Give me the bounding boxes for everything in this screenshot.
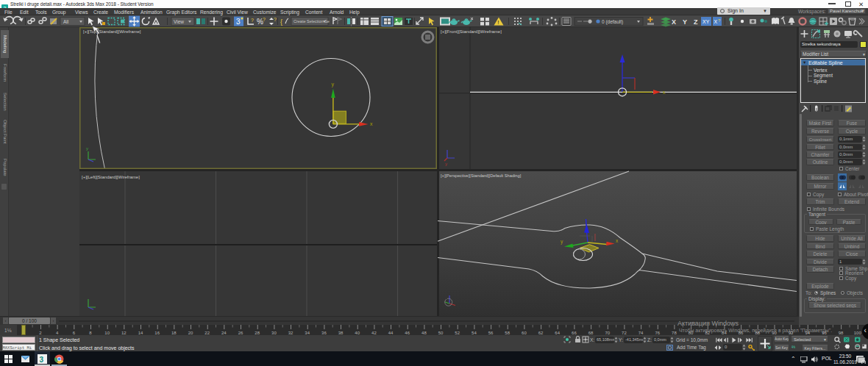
svg-text:20: 20	[188, 331, 193, 335]
svg-text:3: 3	[40, 355, 44, 363]
svg-text:Y: Y	[683, 18, 687, 26]
svg-text:98: 98	[839, 331, 844, 335]
svg-text:68: 68	[588, 331, 594, 335]
svg-text:?: ?	[251, 18, 254, 23]
svg-text:40: 40	[355, 331, 360, 335]
svg-text:0 (default): 0 (default)	[602, 19, 623, 25]
svg-text:26: 26	[238, 331, 243, 335]
svg-text:28: 28	[255, 331, 260, 335]
svg-text:38: 38	[338, 331, 344, 335]
svg-text:34: 34	[305, 331, 310, 335]
svg-text:!: !	[497, 19, 499, 26]
svg-text:X: X	[672, 18, 676, 26]
svg-text:x: x	[663, 90, 666, 95]
svg-text:72: 72	[622, 331, 627, 335]
svg-text:22: 22	[204, 331, 210, 335]
svg-text:48: 48	[421, 331, 427, 335]
svg-text:24: 24	[221, 331, 227, 335]
svg-text:y: y	[332, 82, 335, 87]
svg-text:View: View	[174, 19, 184, 24]
svg-text:36: 36	[321, 331, 327, 335]
svg-text:All: All	[63, 19, 69, 24]
svg-text:XY: XY	[702, 19, 710, 24]
svg-text:10: 10	[104, 331, 110, 335]
svg-text:66: 66	[572, 331, 577, 335]
svg-text:32: 32	[288, 331, 294, 335]
svg-text:44: 44	[388, 331, 394, 335]
svg-text:74: 74	[638, 331, 644, 335]
svg-text:54: 54	[472, 331, 477, 335]
svg-text:2: 2	[39, 331, 42, 335]
svg-text:30: 30	[271, 331, 277, 335]
svg-text:12: 12	[121, 331, 127, 335]
svg-text:100: 100	[854, 331, 862, 335]
svg-text:1⅙: 1⅙	[4, 328, 13, 333]
svg-text:64: 64	[555, 331, 560, 335]
svg-text:52: 52	[455, 331, 460, 335]
svg-text:60: 60	[522, 331, 527, 335]
svg-text:18: 18	[171, 331, 177, 335]
svg-text:y: y	[86, 146, 88, 151]
svg-text:16: 16	[154, 331, 160, 335]
svg-text:62: 62	[538, 331, 544, 335]
svg-text:x: x	[370, 121, 373, 126]
svg-text:8: 8	[89, 331, 92, 335]
svg-text:6: 6	[73, 331, 76, 335]
svg-text:14: 14	[138, 331, 143, 335]
svg-text:?: ?	[274, 17, 277, 22]
svg-text:4: 4	[56, 331, 59, 335]
svg-text:?: ?	[263, 17, 266, 22]
svg-text:78: 78	[672, 331, 677, 335]
svg-text:46: 46	[405, 331, 410, 335]
svg-text:Z: Z	[694, 18, 698, 26]
svg-text:X: X	[714, 19, 718, 24]
svg-text:3: 3	[236, 18, 241, 26]
svg-text:70: 70	[605, 331, 610, 335]
svg-text:{: {	[280, 18, 282, 26]
svg-text:58: 58	[505, 331, 510, 335]
svg-text:50: 50	[438, 331, 444, 335]
svg-text:76: 76	[655, 331, 660, 335]
svg-text:42: 42	[371, 331, 377, 335]
svg-text:y: y	[445, 162, 447, 166]
svg-text:56: 56	[488, 331, 494, 335]
